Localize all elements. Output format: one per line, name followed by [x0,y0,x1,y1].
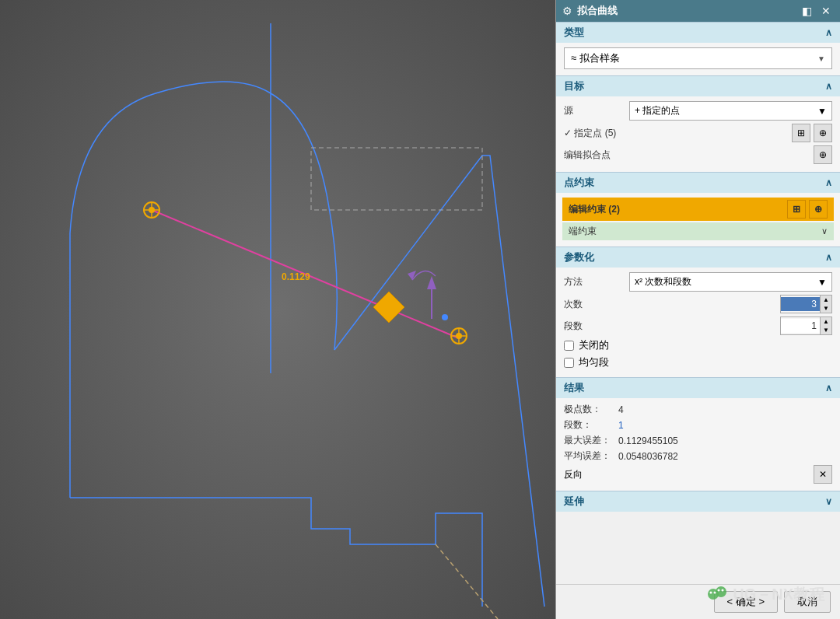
edit-constraint-label: 编辑约束 (2) [569,203,620,216]
panel-title: 拟合曲线 [577,4,618,18]
segments-up-btn[interactable]: ▲ [821,317,831,326]
poles-label: 极点数： [564,403,618,416]
constraint-add-btn[interactable]: ⊞ [787,200,806,219]
section-extension-label: 延伸 [564,495,584,509]
result-chevron: ∧ [825,383,832,393]
result-segments-value: 1 [618,420,624,431]
svg-point-22 [718,589,720,592]
poles-value: 4 [618,404,624,415]
panel: ⚙ 拟合曲线 ◧ ✕ 类型 ∧ ≈ 拟合样条 ▼ 目标 ∧ 源 [555,0,840,619]
section-type-label: 类型 [564,26,584,40]
extension-chevron: ∨ [825,496,832,507]
method-dropdown-arrow: ▼ [817,277,827,288]
reverse-label: 反向 [564,468,583,481]
segments-row: 段数 ▲ ▼ [564,316,832,335]
section-param-header[interactable]: 参数化 ∧ [556,247,840,268]
source-dropdown-arrow: ▼ [817,106,827,117]
end-constraint-row[interactable]: 端约束 ∨ [562,222,834,240]
closed-row: 关闭的 [564,338,832,352]
end-constraint-chevron: ∨ [821,226,828,236]
type-dropdown-value: ≈ 拟合样条 [571,51,620,65]
points-row: ✓ 指定点 (5) ⊞ ⊕ [564,124,832,142]
section-constraint-label: 点约束 [564,176,594,190]
reverse-button[interactable]: ✕ [814,465,832,484]
param-chevron: ∧ [825,252,832,263]
type-dropdown[interactable]: ≈ 拟合样条 ▼ [564,47,832,69]
edit-constraint-row[interactable]: 编辑约束 (2) ⊞ ⊕ [562,198,834,221]
section-type-body: ≈ 拟合样条 ▼ [556,43,840,75]
source-dropdown-value: + 指定的点 [635,104,680,117]
max-error-label: 最大误差： [564,434,618,447]
svg-rect-1 [311,148,482,210]
source-row: 源 + 指定的点 ▼ [564,101,832,121]
svg-marker-12 [373,292,404,323]
uniform-row: 均匀段 [564,355,832,369]
section-target-header[interactable]: 目标 ∧ [556,75,840,96]
constraint-chevron: ∧ [825,177,832,188]
degree-label: 次数 [564,298,626,311]
section-param-body: 方法 x² 次数和段数 ▼ 次数 ▲ ▼ [556,268,840,377]
closed-checkbox[interactable] [564,341,574,351]
constraint-cross-btn[interactable]: ⊕ [809,200,828,219]
svg-point-19 [716,586,726,597]
svg-point-23 [722,589,724,592]
avg-error-value: 0.0548036782 [618,451,678,462]
canvas-svg: 0.1129 [0,0,555,619]
target-chevron: ∧ [825,81,832,92]
degree-up-btn[interactable]: ▲ [821,296,831,304]
section-param-label: 参数化 [564,250,594,264]
source-right: + 指定的点 ▼ [629,101,832,121]
svg-point-16 [442,314,448,320]
watermark: UG－NX教程 [706,583,824,605]
svg-point-21 [714,592,716,594]
reverse-row: 反向 ✕ [564,465,832,484]
close-button[interactable]: ✕ [818,5,834,17]
svg-point-20 [710,592,712,594]
max-error-value: 0.1129455105 [618,435,678,446]
result-segments-row: 段数： 1 [564,418,832,432]
add-point-button[interactable]: ⊞ [792,124,810,142]
svg-text:0.1129: 0.1129 [282,271,310,282]
method-row: 方法 x² 次数和段数 ▼ [564,272,832,292]
points-label: ✓ 指定点 (5) [564,127,626,140]
viewport: 0.1129 [0,0,555,619]
uniform-checkbox[interactable] [564,358,574,368]
section-extension-header[interactable]: 延伸 ∨ [556,491,840,512]
degree-row: 次数 ▲ ▼ [564,295,832,313]
svg-marker-15 [408,271,416,280]
type-chevron: ∧ [825,27,832,38]
wechat-icon [706,583,728,605]
svg-marker-14 [427,276,436,289]
method-label: 方法 [564,275,626,289]
crosshair-button[interactable]: ⊕ [814,124,832,142]
source-dropdown[interactable]: + 指定的点 ▼ [629,101,832,121]
settings-button[interactable]: ◧ [799,5,815,17]
type-dropdown-arrow: ▼ [817,54,825,63]
panel-content: 类型 ∧ ≈ 拟合样条 ▼ 目标 ∧ 源 + 指定的点 ▼ [556,22,840,584]
section-result-label: 结果 [564,381,584,395]
svg-line-2 [436,544,498,619]
closed-label: 关闭的 [579,338,609,352]
section-type-header[interactable]: 类型 ∧ [556,22,840,43]
section-target-body: 源 + 指定的点 ▼ ✓ 指定点 (5) ⊞ ⊕ 编辑拟合点 [556,96,840,172]
degree-down-btn[interactable]: ▼ [821,304,831,313]
end-constraint-label: 端约束 [569,225,597,238]
segments-input-container: ▲ ▼ [780,316,832,335]
method-dropdown-value: x² 次数和段数 [635,275,691,289]
edit-fit-crosshair[interactable]: ⊕ [814,145,832,164]
section-constraint-header[interactable]: 点约束 ∧ [556,172,840,193]
section-result-header[interactable]: 结果 ∧ [556,377,840,398]
watermark-text: UG－NX教程 [733,584,824,605]
result-segments-label: 段数： [564,418,618,432]
degree-input-container: ▲ ▼ [780,295,832,313]
segments-label: 段数 [564,320,626,333]
method-dropdown[interactable]: x² 次数和段数 ▼ [629,272,832,292]
segments-input[interactable] [781,319,820,333]
edit-fit-label: 编辑拟合点 [564,149,626,162]
segments-down-btn[interactable]: ▼ [821,326,831,334]
max-error-row: 最大误差： 0.1129455105 [564,434,832,447]
degree-input[interactable] [781,297,820,311]
panel-titlebar: ⚙ 拟合曲线 ◧ ✕ [556,0,840,22]
section-constraint-body: 编辑约束 (2) ⊞ ⊕ 端约束 ∨ [556,193,840,247]
gear-icon: ⚙ [562,5,572,17]
